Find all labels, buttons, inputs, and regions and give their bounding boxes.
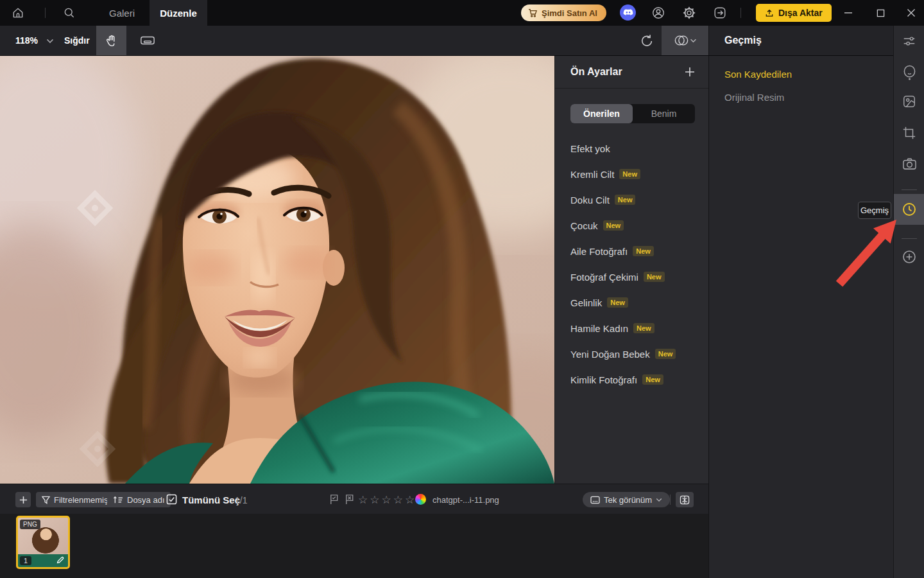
format-badge: PNG [20,520,40,529]
zoom-level[interactable]: 118% [15,35,38,46]
split-view-button[interactable] [676,492,694,507]
reset-button[interactable] [631,26,662,55]
maximize-icon [877,9,885,17]
fit-button[interactable]: Sığdır [64,35,90,46]
tablet-tool-button[interactable] [132,26,162,55]
sliders-icon [902,34,916,48]
star-icon[interactable]: ☆ [382,493,391,507]
star-icon[interactable]: ☆ [393,493,403,507]
camera-tool-button[interactable] [894,148,924,179]
preset-item[interactable]: Aile FotoğrafıNew [555,238,709,264]
current-filename: chatgpt-...i-11.png [432,495,499,505]
zoom-chevron-down-icon[interactable] [46,39,54,44]
titlebar-separator [45,8,46,18]
preset-item[interactable]: Kimlik FotoğrafıNew [555,367,709,392]
hand-tool-button[interactable] [96,26,126,55]
tab-galeri[interactable]: Galeri [99,0,144,26]
select-all-label[interactable]: Tümünü Seç [182,495,240,505]
close-icon [907,8,916,17]
presets-panel: Ön Ayarlar Önerilen Benim Efekt yok Krem… [554,56,708,484]
flag-pick-icon[interactable] [329,494,339,505]
split-view-icon [680,495,690,505]
history-item-last-saved[interactable]: Son Kaydedilen [709,62,893,85]
export-label: Dışa Aktar [778,8,823,18]
history-header: Geçmiş [708,26,893,56]
adjustments-tool-button[interactable] [894,26,924,57]
discord-button[interactable] [620,4,636,21]
preset-item[interactable]: Doku CiltNew [555,187,709,213]
add-preset-button[interactable] [685,67,695,77]
preset-item[interactable]: Hamile KadınNew [555,315,709,341]
new-badge: New [633,323,654,333]
color-label-icon[interactable] [415,494,426,505]
minimize-button[interactable] [839,5,857,21]
add-photo-button[interactable] [15,492,31,507]
sort-button[interactable]: Dosya adı [107,492,171,507]
single-view-icon [590,496,600,504]
tab-duzenle[interactable]: Düzenle [150,0,207,26]
preset-item[interactable]: GelinlikNew [555,290,709,315]
presets-tab-switcher: Önerilen Benim [570,104,695,123]
funnel-icon [42,496,50,504]
upload-icon [765,8,774,18]
search-button[interactable] [62,5,77,21]
export-button[interactable]: Dışa Aktar [756,4,832,22]
index-badge: 1 [20,556,31,565]
plus-icon [19,496,28,504]
presets-title: Ön Ayarlar [570,66,622,78]
preset-item[interactable]: Fotoğraf ÇekimiNew [555,264,709,290]
account-icon [651,6,665,20]
portrait-retouch-button[interactable] [894,57,924,88]
select-all-checkbox[interactable] [166,494,177,505]
tool-sidebar [893,26,924,578]
add-panel-button[interactable] [894,241,924,272]
bottom-toolbar: Filtrelenmemiş Dosya adı Tümünü Seç 1/1 … [0,484,708,514]
home-button[interactable] [10,5,26,21]
compare-button[interactable] [662,26,708,55]
view-mode-button[interactable]: Tek görünüm [583,492,670,507]
preset-item[interactable]: ÇocukNew [555,213,709,238]
photo-canvas[interactable] [0,56,554,484]
titlebar-separator-2 [740,8,741,18]
crop-tool-button[interactable] [894,118,924,148]
star-icon[interactable]: ☆ [370,493,379,507]
filter-button[interactable]: Filtrelenmemiş [36,492,114,507]
star-icon[interactable]: ☆ [405,493,415,507]
tab-onerilen[interactable]: Önerilen [570,104,633,123]
preset-item[interactable]: Yeni Doğan BebekNew [555,341,709,367]
cart-icon [527,8,538,18]
sort-label: Dosya adı [127,495,165,505]
undo-icon [640,33,654,48]
buy-now-label: Şimdi Satın Al [542,8,597,18]
history-panel: Son Kaydedilen Orijinal Resim [708,56,893,578]
discord-icon [623,8,633,17]
new-badge: New [655,349,676,359]
sort-icon [113,496,123,504]
preset-item[interactable]: Kremli CiltNew [555,161,709,187]
history-tool-button[interactable] [894,194,924,225]
flag-reject-icon[interactable] [344,494,355,505]
close-button[interactable] [902,5,920,21]
exit-icon [713,6,727,20]
buy-now-button[interactable]: Şimdi Satın Al [521,4,606,21]
new-badge: New [619,169,640,179]
history-item-original[interactable]: Orijinal Resim [709,85,893,109]
sidebar-divider-2 [902,238,917,239]
tab-benim[interactable]: Benim [633,104,695,123]
maximize-button[interactable] [871,5,889,21]
exit-button[interactable] [712,5,728,21]
settings-button[interactable] [681,5,697,21]
history-tooltip: Geçmiş [858,202,891,219]
star-rating: ☆ ☆ ☆ ☆ ☆ [358,493,415,507]
preset-item[interactable]: Efekt yok [555,136,709,161]
star-icon[interactable]: ☆ [358,493,368,507]
search-icon [63,6,76,19]
background-tool-button[interactable] [894,86,924,117]
compare-circles-icon [673,33,690,48]
account-button[interactable] [651,5,666,21]
photo-thumbnail[interactable]: PNG 1 [16,516,70,569]
sidebar-divider [902,189,917,190]
new-badge: New [615,195,636,205]
minimize-icon [844,8,853,17]
compare-chevron-down-icon [690,39,697,43]
